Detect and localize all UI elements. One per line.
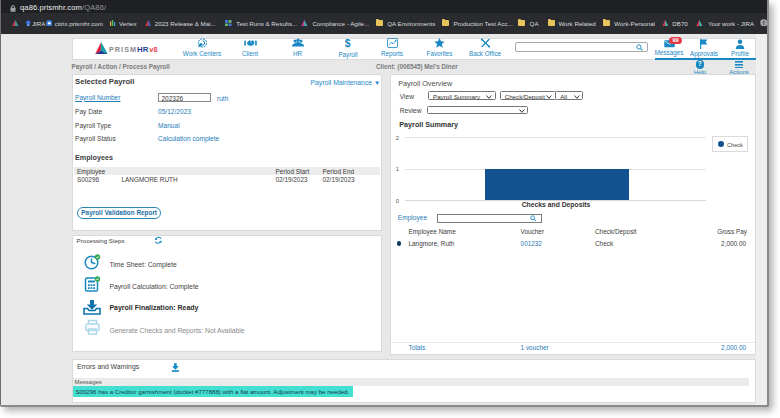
svg-text:$: $ xyxy=(345,38,351,49)
